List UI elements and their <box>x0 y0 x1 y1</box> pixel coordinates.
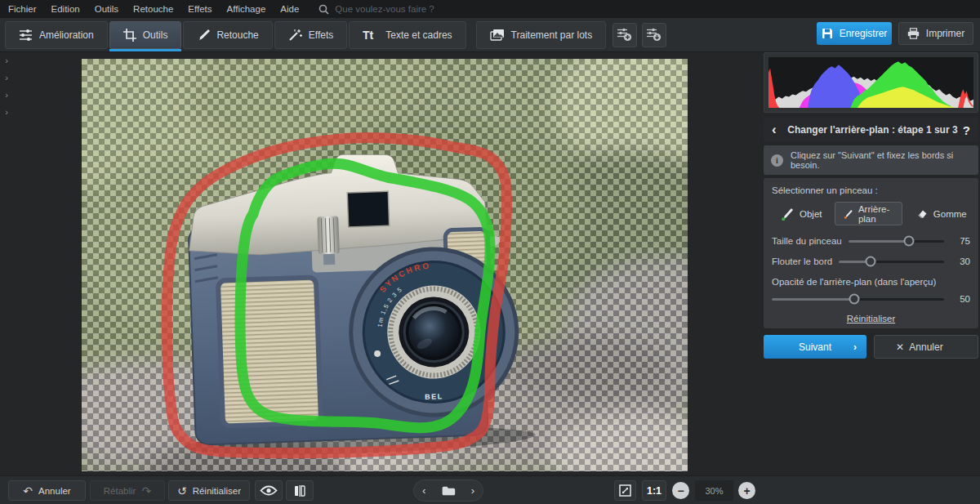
previous-image-button[interactable]: ‹ <box>422 484 425 497</box>
cancel-button[interactable]: ✕ Annuler <box>874 335 978 359</box>
tab-label: Amélioration <box>39 29 94 41</box>
feather-row: Flouter le bord 30 <box>772 256 970 266</box>
adjust-panel: ‹ Changer l'arrière-plan : étape 1 sur 3… <box>764 52 978 475</box>
slider-handle[interactable] <box>865 256 875 267</box>
tab-label: Traitement par lots <box>511 29 593 41</box>
printer-icon <box>907 28 920 39</box>
expand-panel-chevron[interactable]: › <box>5 107 8 117</box>
feather-slider[interactable] <box>839 261 944 263</box>
brush-tool-section: Sélectionner un pinceau : Objet Arrière-… <box>764 178 978 328</box>
actual-size-button[interactable]: 1:1 <box>642 480 666 501</box>
print-button[interactable]: Imprimer <box>898 22 973 45</box>
sliders-plus-icon <box>617 28 632 42</box>
zoom-level[interactable]: 30% <box>695 480 733 501</box>
info-banner: i Cliquez sur "Suivant" et fixez les bor… <box>764 145 978 175</box>
tab-amelioration[interactable]: Amélioration <box>5 21 108 49</box>
feather-label: Flouter le bord <box>772 256 832 266</box>
folder-icon[interactable] <box>441 485 456 497</box>
step-header: ‹ Changer l'arrière-plan : étape 1 sur 3… <box>764 118 978 142</box>
zoom-out-button[interactable]: − <box>672 482 689 499</box>
reset-settings-link[interactable]: Réinitialiser <box>847 314 895 323</box>
redo-icon: ↷ <box>141 484 151 497</box>
menu-retouche[interactable]: Retouche <box>133 4 173 14</box>
menu-outils[interactable]: Outils <box>95 4 118 14</box>
magnifier-icon <box>318 4 329 15</box>
menu-affichage[interactable]: Affichage <box>227 4 266 14</box>
leather-grip-left <box>218 277 321 426</box>
redo-button[interactable]: Rétablir ↷ <box>90 480 165 501</box>
tab-effets[interactable]: Effets <box>274 21 347 49</box>
background-brush-label: Arrière-plan <box>858 204 893 224</box>
add-preset-button[interactable] <box>612 23 637 47</box>
bottom-bar: ↶ Annuler Rétablir ↷ ↺ Réinitialiser ‹ › <box>0 475 980 504</box>
histogram-box <box>764 52 978 113</box>
photo-editor-window: { "menu_bar": { "items": ["Fichier","Edi… <box>0 0 980 504</box>
menu-aide[interactable]: Aide <box>280 4 299 14</box>
tab-texte-et-cadres[interactable]: Tt Texte et cadres <box>349 21 466 49</box>
background-brush-icon <box>844 207 853 221</box>
before-after-button[interactable] <box>286 480 314 501</box>
image-canvas[interactable]: SYNCHRO 1m 1,5 2 3 5 BEL <box>82 59 688 471</box>
undo-label: Annuler <box>38 486 71 496</box>
step-title: Changer l'arrière-plan : étape 1 sur 3 <box>786 124 959 136</box>
expand-panel-chevron[interactable]: › <box>5 73 8 83</box>
save-button[interactable]: Enregistrer <box>817 22 892 45</box>
brush-icon <box>197 29 210 42</box>
brush-size-label: Taille du pinceau <box>772 236 842 246</box>
object-brush-button[interactable]: Objet <box>772 202 831 225</box>
background-brush-button[interactable]: Arrière-plan <box>835 202 902 225</box>
eraser-icon <box>915 207 928 220</box>
menu-bar: Fichier Edition Outils Retouche Effets A… <box>0 0 980 18</box>
undo-icon: ↶ <box>23 484 33 497</box>
slider-handle[interactable] <box>903 236 914 247</box>
load-preset-button[interactable] <box>642 23 666 47</box>
sliders-icon <box>19 29 33 42</box>
search-placeholder: Que voulez-vous faire ? <box>335 4 434 14</box>
step-buttons: Suivant › ✕ Annuler <box>764 335 978 359</box>
reset-image-button[interactable]: ↺ Réinitialiser <box>168 480 250 501</box>
tab-label: Texte et cadres <box>385 29 452 41</box>
winding-knob <box>317 216 340 254</box>
eye-icon <box>260 485 278 496</box>
cancel-label: Annuler <box>909 341 942 353</box>
photo-stack-icon <box>490 29 505 42</box>
next-chevron-icon: › <box>853 341 857 353</box>
expand-panel-chevron[interactable]: › <box>5 56 8 65</box>
next-image-button[interactable]: › <box>471 484 474 497</box>
edited-photo: SYNCHRO 1m 1,5 2 3 5 BEL <box>82 59 688 471</box>
back-button[interactable]: ‹ <box>772 122 786 138</box>
expand-panel-chevron[interactable]: › <box>5 90 8 100</box>
tab-label: Retouche <box>216 29 258 41</box>
brush-size-slider[interactable] <box>849 240 944 243</box>
before-after-icon <box>293 484 306 497</box>
redo-label: Rétablir <box>104 486 136 496</box>
zoom-in-button[interactable]: + <box>738 482 755 499</box>
info-icon: i <box>771 154 783 167</box>
search-box[interactable]: Que voulez-vous faire ? <box>318 4 434 15</box>
object-brush-label: Objet <box>800 209 822 219</box>
tab-traitement-par-lots[interactable]: Traitement par lots <box>476 21 607 49</box>
bg-opacity-value: 50 <box>951 294 970 304</box>
menu-edition[interactable]: Edition <box>51 4 80 14</box>
brush-size-row: Taille du pinceau 75 <box>772 236 970 246</box>
fit-to-screen-button[interactable] <box>614 480 636 501</box>
eraser-button[interactable]: Gomme <box>906 202 976 225</box>
viewfinder-window <box>347 191 389 227</box>
fit-screen-icon <box>619 484 631 497</box>
menu-effets[interactable]: Effets <box>188 4 212 14</box>
undo-button[interactable]: ↶ Annuler <box>8 480 86 501</box>
save-label: Enregistrer <box>840 28 888 39</box>
reset-icon: ↺ <box>177 484 187 497</box>
feather-value: 30 <box>951 256 970 266</box>
tab-retouche[interactable]: Retouche <box>183 21 272 49</box>
tab-outils[interactable]: Outils <box>109 21 182 49</box>
preview-original-button[interactable] <box>255 480 283 501</box>
slider-handle[interactable] <box>849 294 860 305</box>
next-button[interactable]: Suivant › <box>764 335 866 359</box>
menu-fichier[interactable]: Fichier <box>8 4 37 14</box>
left-collapse-rail: › › › › <box>0 52 13 216</box>
bg-opacity-slider[interactable] <box>772 298 944 301</box>
help-button[interactable]: ? <box>959 123 970 137</box>
print-label: Imprimer <box>926 28 964 39</box>
brush-selector: Objet Arrière-plan Gomme <box>772 202 970 225</box>
